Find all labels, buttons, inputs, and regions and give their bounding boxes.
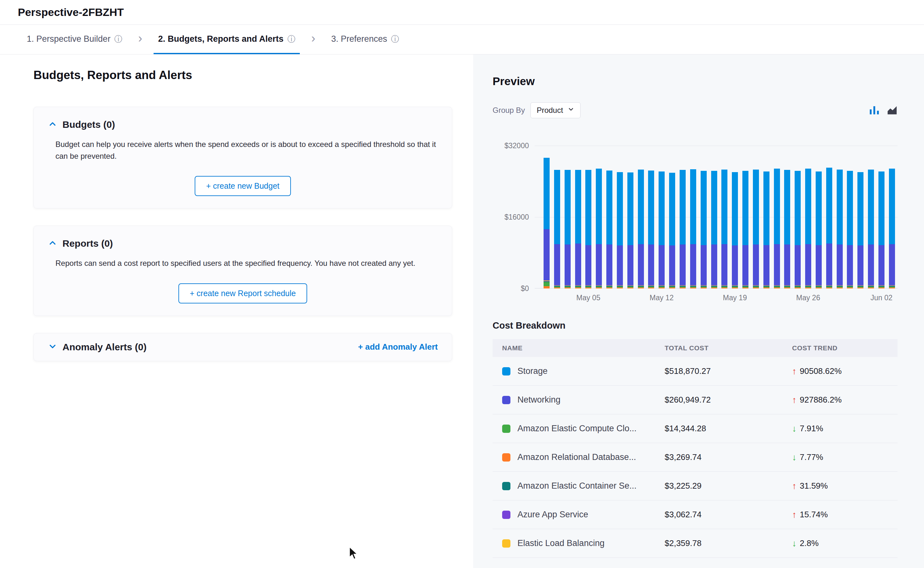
series-color-swatch — [502, 424, 510, 433]
preview-panel: Preview Group By Product — [473, 54, 924, 568]
anomaly-alerts-card-title: Anomaly Alerts (0) — [62, 342, 146, 352]
preview-title: Preview — [493, 75, 898, 88]
row-total-cost: $3,062.74 — [665, 510, 792, 520]
chart-bar[interactable] — [565, 170, 571, 289]
chevron-right-icon: › — [311, 25, 315, 54]
chart-bar[interactable] — [617, 172, 623, 289]
trend-percent: 7.77% — [800, 452, 823, 462]
table-row[interactable]: Amazon Elastic Compute Clo...$14,344.28↓… — [493, 414, 898, 443]
row-name: Storage — [517, 366, 548, 376]
chevron-up-icon — [48, 119, 57, 130]
tab-label: 3. Preferences — [332, 34, 387, 44]
chart-bar[interactable] — [575, 170, 581, 289]
tab-label: 2. Budgets, Reports and Alerts — [158, 34, 283, 44]
series-color-swatch — [502, 453, 510, 462]
table-row[interactable]: Networking$260,949.72↑927886.2% — [493, 386, 898, 414]
trend-up-arrow-icon: ↑ — [792, 395, 797, 405]
table-row[interactable]: Azure App Service$3,062.74↑15.74% — [493, 500, 898, 529]
chart-type-toggle — [869, 105, 898, 116]
chart-bar[interactable] — [627, 172, 633, 289]
chart-bar[interactable] — [701, 171, 707, 289]
chart-bar[interactable] — [711, 171, 717, 289]
chart-bar[interactable] — [879, 171, 885, 289]
chart-bar[interactable] — [847, 171, 853, 289]
reports-card: Reports (0) Reports can send a cost repo… — [33, 226, 452, 316]
chart-bar[interactable] — [690, 169, 696, 289]
budgets-card: Budgets (0) Budget can help you receive … — [33, 107, 452, 208]
chart-bar[interactable] — [669, 173, 675, 289]
trend-up-arrow-icon: ↑ — [792, 481, 797, 491]
group-by-select[interactable]: Product — [531, 102, 580, 118]
chart-bar[interactable] — [596, 169, 602, 289]
create-budget-button[interactable]: + create new Budget — [195, 176, 291, 196]
table-row[interactable]: Elastic Load Balancing$2,359.78↓2.8% — [493, 529, 898, 558]
x-axis-label: Jun 02 — [870, 293, 892, 302]
chart-x-axis: May 05May 12May 19May 26Jun 02 — [535, 289, 898, 303]
series-color-swatch — [502, 511, 510, 519]
trend-percent: 90508.62% — [800, 366, 842, 376]
chart-bar[interactable] — [753, 169, 759, 289]
app-window: Perspective-2FBZHT 1. Perspective Builde… — [0, 0, 924, 568]
row-total-cost: $518,870.27 — [665, 366, 792, 376]
chart-bar[interactable] — [606, 171, 612, 289]
chart-bar[interactable] — [732, 172, 738, 289]
chart-bar[interactable] — [794, 171, 801, 289]
table-row[interactable]: Storage$518,870.27↑90508.62% — [493, 357, 898, 386]
chart-bar[interactable] — [868, 169, 874, 289]
chart-bar[interactable] — [837, 169, 843, 289]
area-chart-icon[interactable] — [887, 105, 898, 116]
budgets-card-header[interactable]: Budgets (0) — [48, 119, 438, 130]
table-row[interactable]: Amazon Elastic Container Se...$3,225.29↑… — [493, 472, 898, 500]
chart-bar[interactable] — [889, 169, 895, 289]
add-anomaly-alert-link[interactable]: + add Anomaly Alert — [358, 342, 438, 352]
chart-bar[interactable] — [638, 169, 644, 289]
chart-bar[interactable] — [585, 170, 591, 289]
tab-budgets-reports-alerts[interactable]: 2. Budgets, Reports and Alerts ⓘ — [154, 25, 300, 54]
reports-card-header[interactable]: Reports (0) — [48, 238, 438, 249]
section-heading: Budgets, Reports and Alerts — [33, 68, 452, 82]
reports-card-title: Reports (0) — [62, 238, 113, 249]
chart-plot — [535, 146, 898, 289]
trend-percent: 7.91% — [800, 424, 823, 434]
row-total-cost: $3,225.29 — [665, 481, 792, 491]
x-axis-label: May 19 — [723, 293, 747, 302]
series-color-swatch — [502, 539, 510, 548]
reports-description: Reports can send a cost report to specif… — [56, 257, 438, 269]
table-row[interactable]: Amazon Relational Database...$3,269.74↓7… — [493, 443, 898, 472]
chart-bar[interactable] — [648, 171, 654, 289]
chart-bar[interactable] — [554, 170, 560, 289]
chart-bar[interactable] — [858, 172, 864, 289]
row-cost-trend: ↓7.91% — [792, 424, 898, 434]
tab-perspective-builder[interactable]: 1. Perspective Builder ⓘ — [22, 25, 127, 54]
content-area: Budgets, Reports and Alerts Budgets (0) … — [0, 54, 924, 568]
row-name: Networking — [517, 395, 561, 405]
chart-bar[interactable] — [826, 168, 832, 289]
table-header: NAME TOTAL COST COST TREND — [493, 339, 898, 357]
chart-bar[interactable] — [721, 169, 727, 289]
cost-breakdown-body: Storage$518,870.27↑90508.62%Networking$2… — [493, 357, 898, 558]
x-axis-label: May 26 — [796, 293, 820, 302]
column-header-cost-trend: COST TREND — [792, 344, 898, 352]
wizard-tabbar: 1. Perspective Builder ⓘ › 2. Budgets, R… — [0, 25, 924, 54]
chart-bar[interactable] — [763, 171, 769, 289]
chart-bar[interactable] — [784, 170, 790, 289]
chart-bar[interactable] — [805, 169, 811, 289]
row-name: Elastic Load Balancing — [517, 538, 604, 548]
chart-bar[interactable] — [815, 171, 822, 289]
chart-bar[interactable] — [774, 169, 780, 289]
budgets-reports-alerts-section: Budgets, Reports and Alerts Budgets (0) … — [0, 54, 473, 568]
anomaly-alerts-card-header[interactable]: Anomaly Alerts (0) — [48, 342, 146, 352]
series-color-swatch — [502, 482, 510, 490]
group-by-row: Group By Product — [493, 102, 898, 118]
chevron-down-icon — [48, 342, 57, 352]
chart-bar[interactable] — [659, 171, 665, 289]
bar-chart-icon[interactable] — [869, 105, 880, 116]
chart-bar[interactable] — [544, 158, 550, 289]
create-report-schedule-button[interactable]: + create new Report schedule — [178, 283, 307, 304]
row-cost-trend: ↑90508.62% — [792, 366, 898, 376]
chart-bar[interactable] — [742, 171, 748, 289]
chart-bar[interactable] — [680, 170, 686, 289]
row-name: Amazon Elastic Container Se... — [517, 481, 637, 491]
tab-preferences[interactable]: 3. Preferences ⓘ — [327, 25, 404, 54]
row-name: Amazon Elastic Compute Clo... — [517, 424, 637, 434]
